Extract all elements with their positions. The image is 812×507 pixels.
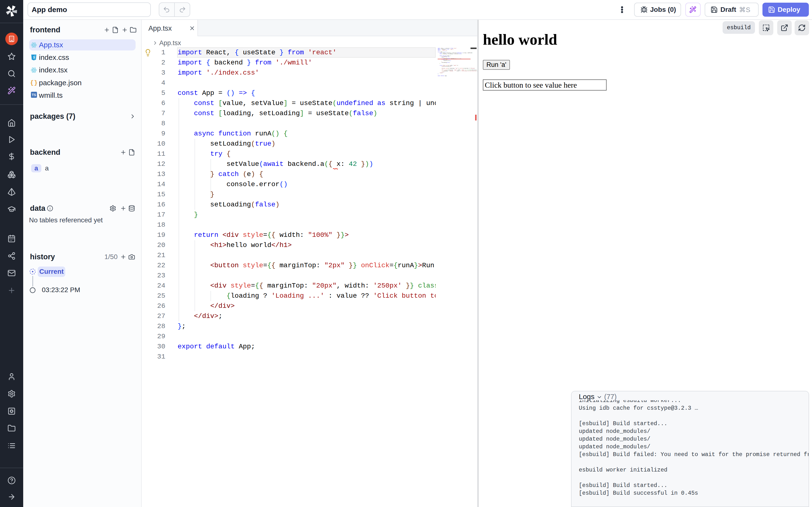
- svg-text:3: 3: [33, 56, 35, 59]
